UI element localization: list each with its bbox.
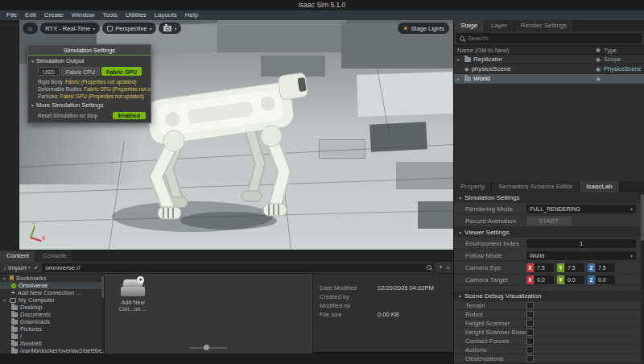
menu-utilities[interactable]: Utilities — [122, 10, 151, 20]
follow-mode-label: Follow Mode — [465, 252, 526, 259]
reset-enabled-button[interactable]: Enabled — [113, 112, 146, 119]
tab-content[interactable]: Content — [0, 250, 36, 262]
actions-checkbox[interactable] — [526, 346, 534, 354]
file-item-add-connection[interactable]: + Add New Con...on ... — [111, 278, 155, 312]
reset-simulation-label: Reset Simulation on Stop — [38, 113, 97, 118]
slider-knob[interactable] — [204, 345, 209, 350]
search-input[interactable] — [468, 35, 638, 42]
height-scanner-base-checkbox[interactable] — [526, 329, 534, 336]
section-viewer-settings[interactable]: ▾ Viewer Settings — [454, 227, 644, 238]
chevron-down-icon: ▾ — [174, 26, 176, 31]
validate-path-icon[interactable]: ✓ — [33, 264, 39, 271]
menu-file[interactable]: File — [2, 10, 21, 20]
tree-item-pictures[interactable]: Pictures — [0, 325, 104, 333]
view-mode-icon[interactable]: ≡ — [446, 262, 450, 274]
debug-label: Terrain — [465, 302, 526, 309]
environment-index-field[interactable]: 1 — [526, 239, 636, 248]
prim-name: physicsScene — [471, 65, 510, 72]
tree-item-docker-overlay[interactable]: /var/lib/docker/overlay2/bef90e07298... — [0, 347, 104, 354]
popup-title[interactable]: Simulation Settings — [28, 45, 151, 56]
visibility-eye-icon[interactable]: ◉ — [592, 66, 604, 72]
stage-tree-empty-area[interactable] — [454, 84, 644, 181]
y-badge: Y — [557, 263, 564, 272]
visibility-eye-icon[interactable]: ◉ — [592, 56, 604, 63]
stage-lights-button[interactable]: ☀ Stage Lights — [398, 23, 449, 34]
viewport-settings-button[interactable]: ▾ — [159, 23, 181, 34]
tree-item-bookmarks[interactable]: ▾ Bookmarks — [0, 275, 104, 282]
fabric-gpu-tab[interactable]: Fabric GPU — [101, 67, 142, 76]
tree-item-omniverse[interactable]: Omniverse — [0, 282, 104, 289]
viewport[interactable]: ☼ RTX - Real-Time ▾ Perspective ▾ ▾ — [19, 20, 453, 250]
camera-eye-y-field[interactable]: 7.5 — [565, 263, 584, 272]
menu-help[interactable]: Help — [181, 10, 202, 20]
path-bar[interactable] — [42, 263, 435, 272]
tab-stage[interactable]: Stage — [454, 20, 485, 31]
height-scanner-checkbox[interactable] — [526, 320, 534, 327]
import-button[interactable]: ↓ Import ▾ — [3, 264, 30, 271]
menu-create[interactable]: Create — [40, 10, 68, 20]
renderer-dropdown[interactable]: RTX - Real-Time ▾ — [40, 23, 100, 34]
stage-row-physics-scene[interactable]: ◈ physicsScene ◉ PhysicsScene — [454, 64, 644, 74]
tree-item-documents[interactable]: Documents — [0, 311, 104, 318]
follow-mode-dropdown[interactable]: World ▾ — [526, 251, 636, 260]
rendering-mode-dropdown[interactable]: FULL_RENDERING ▾ — [526, 205, 636, 213]
start-record-button[interactable]: START — [526, 217, 572, 225]
tree-scrollbar[interactable] — [101, 275, 104, 352]
menu-window[interactable]: Window — [68, 10, 98, 20]
menu-edit[interactable]: Edit — [21, 10, 40, 20]
camera-target-x-field[interactable]: 0.0 — [535, 275, 554, 284]
file-grid[interactable]: + Add New Con...on ... — [105, 274, 312, 354]
bookmark-icon — [10, 275, 14, 281]
tree-item-label: Documents — [20, 311, 51, 318]
chevron-down-icon: ▾ — [3, 298, 7, 303]
tab-property[interactable]: Property — [454, 181, 492, 192]
camera-eye-z-field[interactable]: 7.5 — [596, 263, 615, 272]
contact-forces-checkbox[interactable] — [526, 337, 534, 345]
more-simulation-settings-section[interactable]: ▾ More Simulation Settings — [28, 100, 151, 110]
usd-tab[interactable]: USD — [38, 67, 60, 76]
search-icon[interactable] — [427, 265, 431, 270]
camera-target-z-field[interactable]: 0.0 — [596, 275, 615, 284]
path-input[interactable] — [45, 264, 423, 271]
section-scene-debug-visualization[interactable]: ▾ Scene Debug Visualization — [454, 291, 644, 301]
tab-console[interactable]: Console — [36, 250, 73, 262]
renderer-label: RTX - Real-Time — [45, 25, 90, 32]
tab-semantics-schema-editor[interactable]: Semantics Schema Editor — [492, 181, 580, 192]
tree-item-root[interactable]: / — [0, 333, 104, 340]
tree-item-downloads[interactable]: Downloads — [0, 318, 104, 325]
type-column-header[interactable]: Type — [604, 47, 641, 54]
robot-checkbox[interactable] — [526, 311, 534, 318]
visibility-eye-icon[interactable]: ◉ — [592, 76, 604, 82]
chevron-right-icon[interactable]: ▸ — [457, 76, 462, 81]
tab-isaaclab[interactable]: IsaacLab — [580, 181, 619, 192]
menu-layouts[interactable]: Layouts — [151, 10, 181, 20]
menu-tools[interactable]: Tools — [98, 10, 122, 20]
tab-layer[interactable]: Layer — [485, 20, 514, 31]
stage-row-replicator[interactable]: ▸ Replicator ◉ Scope — [454, 55, 644, 64]
scene-tile — [396, 162, 453, 189]
icon-size-slider[interactable] — [189, 345, 228, 350]
camera-eye-x-field[interactable]: 7.5 — [535, 263, 554, 272]
chevron-right-icon[interactable]: ▸ — [457, 56, 462, 62]
tree-item-add-connection[interactable]: + Add New Connection ... — [0, 289, 104, 296]
simulation-output-section[interactable]: ▾ Simulation Output — [28, 56, 151, 66]
camera-target-y-field[interactable]: 0.0 — [565, 275, 584, 284]
section-simulation-settings[interactable]: ▾ Simulation Settings — [454, 192, 644, 203]
stage-row-world[interactable]: ▸ World ◉ — [454, 74, 644, 84]
camera-dropdown[interactable]: Perspective ▾ — [102, 23, 156, 34]
tree-item-boot-efi[interactable]: /boot/efi — [0, 340, 104, 347]
viewport-lighting-button[interactable]: ☼ — [23, 23, 38, 34]
terrain-checkbox[interactable] — [526, 302, 534, 309]
tree-item-my-computer[interactable]: ▾ My Computer — [0, 296, 104, 304]
tree-item-desktop[interactable]: Desktop — [0, 304, 104, 311]
filter-icon[interactable]: ▼ — [438, 262, 443, 274]
name-column-header[interactable]: Name (Old to New) — [457, 47, 592, 54]
prim-type: PhysicsScene — [604, 65, 641, 72]
stage-search[interactable] — [456, 33, 642, 43]
stage-column-header[interactable]: Name (Old to New) ◉ Type — [454, 45, 644, 55]
property-scrollbar[interactable] — [641, 192, 644, 364]
observations-checkbox[interactable] — [526, 355, 534, 362]
fabric-cpu-tab[interactable]: Fabric CPU — [61, 67, 100, 76]
tab-render-settings[interactable]: Render Settings — [514, 20, 574, 31]
debug-row-contact-forces: Contact Forces — [454, 337, 644, 345]
